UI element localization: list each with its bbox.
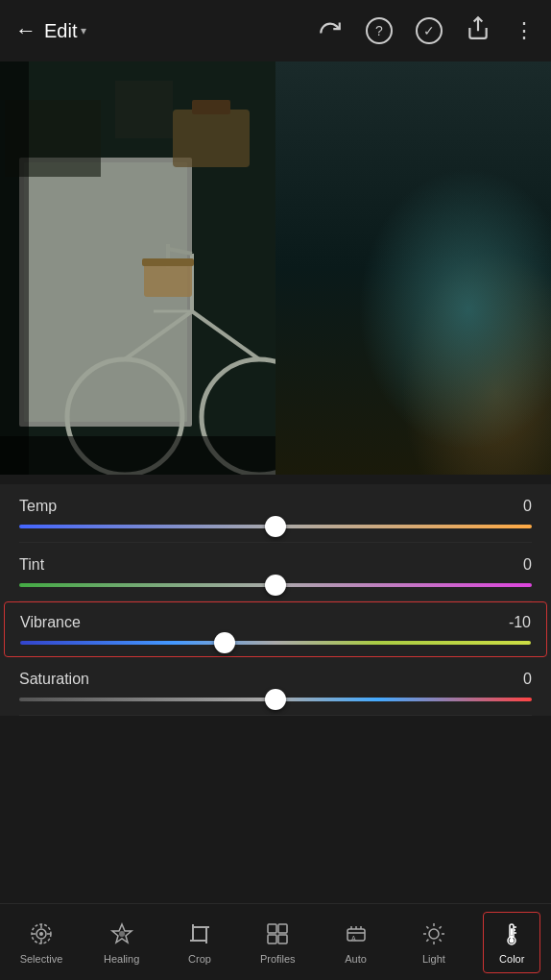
saturation-slider-row: Saturation 0 bbox=[19, 657, 532, 716]
nav-item-healing[interactable]: Healing bbox=[93, 913, 151, 972]
svg-rect-21 bbox=[312, 287, 494, 355]
svg-rect-32 bbox=[442, 61, 551, 475]
svg-point-45 bbox=[39, 932, 43, 936]
bottom-nav: Selective Healing Crop bbox=[0, 903, 551, 980]
nav-item-auto[interactable]: A Auto bbox=[327, 913, 385, 972]
profiles-label: Profiles bbox=[260, 953, 296, 965]
color-icon bbox=[498, 920, 525, 947]
selective-label: Selective bbox=[20, 953, 63, 965]
healing-label: Healing bbox=[104, 953, 139, 965]
svg-rect-33 bbox=[442, 110, 518, 225]
redo-button[interactable] bbox=[318, 15, 343, 46]
svg-rect-23 bbox=[355, 306, 403, 345]
svg-rect-53 bbox=[278, 924, 287, 933]
svg-rect-30 bbox=[288, 90, 384, 167]
svg-rect-54 bbox=[268, 935, 276, 943]
temp-track[interactable] bbox=[19, 525, 532, 528]
tint-thumb[interactable] bbox=[265, 575, 286, 596]
svg-rect-31 bbox=[293, 95, 379, 162]
svg-line-70 bbox=[426, 939, 428, 941]
share-button[interactable] bbox=[466, 15, 491, 46]
svg-text:A: A bbox=[351, 935, 356, 942]
temp-thumb[interactable] bbox=[265, 516, 286, 537]
nav-item-light[interactable]: Light bbox=[405, 913, 463, 972]
svg-point-62 bbox=[429, 929, 439, 939]
svg-rect-36 bbox=[0, 61, 551, 475]
slider-section: Temp 0 Tint 0 Vibrance -10 bbox=[0, 484, 551, 716]
light-icon bbox=[420, 920, 447, 947]
nav-item-profiles[interactable]: Profiles bbox=[249, 913, 306, 972]
svg-rect-25 bbox=[312, 355, 494, 431]
vibrance-thumb[interactable] bbox=[214, 632, 235, 653]
temp-value: 0 bbox=[523, 498, 532, 515]
svg-rect-52 bbox=[268, 924, 276, 933]
tint-value: 0 bbox=[523, 556, 532, 574]
temp-slider-row: Temp 0 bbox=[19, 484, 532, 543]
light-label: Light bbox=[422, 953, 445, 965]
top-toolbar: ← Edit ▾ ? ✓ ⋮ bbox=[0, 0, 551, 61]
confirm-button[interactable]: ✓ bbox=[416, 17, 443, 44]
more-icon: ⋮ bbox=[514, 18, 536, 42]
vibrance-value: -10 bbox=[509, 614, 531, 631]
svg-rect-37 bbox=[0, 61, 29, 475]
healing-icon bbox=[108, 920, 135, 947]
crop-icon bbox=[186, 920, 213, 947]
svg-rect-22 bbox=[312, 287, 494, 355]
crop-label: Crop bbox=[188, 953, 211, 965]
selective-icon bbox=[28, 920, 55, 947]
edit-title[interactable]: Edit ▾ bbox=[44, 20, 86, 42]
svg-rect-74 bbox=[511, 928, 513, 936]
dropdown-arrow-icon: ▾ bbox=[81, 24, 86, 37]
svg-line-68 bbox=[440, 939, 442, 941]
svg-rect-38 bbox=[0, 436, 551, 475]
auto-label: Auto bbox=[345, 953, 367, 965]
svg-line-26 bbox=[365, 292, 384, 350]
svg-rect-18 bbox=[276, 61, 551, 475]
svg-line-69 bbox=[440, 926, 442, 928]
spacer bbox=[0, 475, 551, 484]
help-icon: ? bbox=[375, 23, 383, 38]
vibrance-track[interactable] bbox=[20, 641, 531, 645]
nav-item-crop[interactable]: Crop bbox=[171, 913, 228, 972]
tint-track[interactable] bbox=[19, 583, 532, 587]
svg-rect-20 bbox=[307, 282, 499, 436]
vibrance-label: Vibrance bbox=[20, 614, 81, 631]
back-button[interactable]: ← bbox=[15, 18, 36, 43]
nav-item-color[interactable]: Color bbox=[483, 912, 540, 973]
profiles-icon bbox=[264, 920, 291, 947]
controls-area: Temp 0 Tint 0 Vibrance -10 bbox=[0, 484, 551, 716]
svg-point-29 bbox=[396, 282, 410, 289]
svg-line-67 bbox=[426, 926, 428, 928]
svg-point-28 bbox=[357, 285, 372, 295]
more-button[interactable]: ⋮ bbox=[514, 18, 536, 43]
tint-slider-row: Tint 0 bbox=[19, 543, 532, 601]
svg-point-46 bbox=[119, 931, 125, 937]
nav-item-selective[interactable]: Selective bbox=[11, 913, 73, 972]
svg-rect-19 bbox=[276, 61, 551, 475]
tint-label: Tint bbox=[19, 556, 44, 574]
svg-rect-56 bbox=[347, 929, 365, 941]
auto-icon: A bbox=[343, 920, 370, 947]
svg-rect-55 bbox=[278, 935, 287, 943]
image-preview bbox=[0, 61, 551, 475]
vibrance-slider-row: Vibrance -10 bbox=[4, 601, 547, 657]
svg-rect-51 bbox=[193, 927, 206, 941]
color-label: Color bbox=[499, 953, 524, 965]
svg-rect-24 bbox=[360, 309, 398, 340]
svg-point-75 bbox=[510, 938, 515, 943]
help-button[interactable]: ? bbox=[366, 17, 393, 44]
svg-line-27 bbox=[384, 287, 403, 350]
toolbar-center: ? ✓ ⋮ bbox=[318, 15, 536, 46]
saturation-thumb[interactable] bbox=[265, 689, 286, 710]
toolbar-left: ← Edit ▾ bbox=[15, 18, 86, 43]
check-icon: ✓ bbox=[423, 23, 435, 38]
temp-label: Temp bbox=[19, 498, 57, 515]
edit-label: Edit bbox=[44, 20, 77, 42]
saturation-value: 0 bbox=[523, 671, 532, 688]
saturation-label: Saturation bbox=[19, 671, 89, 688]
saturation-track[interactable] bbox=[19, 698, 532, 701]
image-canvas bbox=[0, 61, 551, 475]
